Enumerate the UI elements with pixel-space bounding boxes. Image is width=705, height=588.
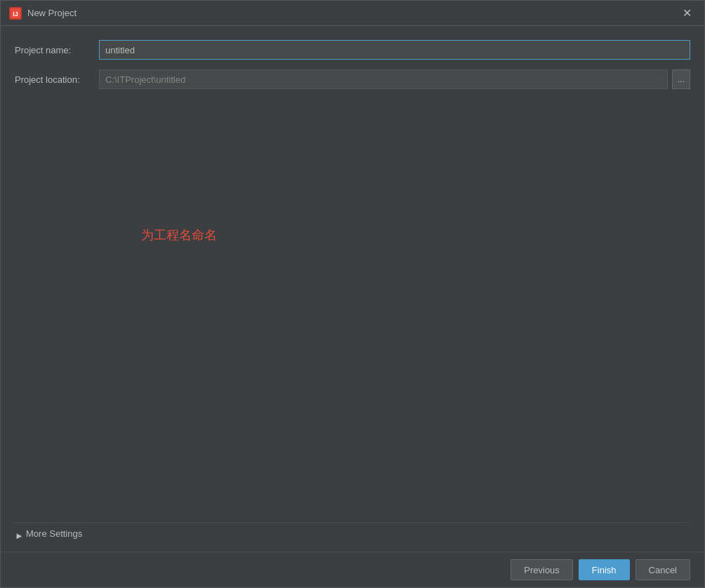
finish-button[interactable]: Finish — [579, 559, 630, 580]
project-location-row: Project location: ... — [15, 69, 690, 89]
project-name-row: Project name: — [15, 40, 690, 60]
project-location-input-wrapper: ... — [99, 69, 690, 89]
annotation-text: 为工程名命名 — [141, 227, 217, 243]
close-button[interactable]: ✕ — [678, 6, 696, 20]
previous-button[interactable]: Previous — [510, 559, 573, 580]
more-settings-row: ► More Settings — [15, 522, 690, 544]
project-location-input[interactable] — [99, 69, 668, 89]
project-location-label: Project location: — [15, 74, 99, 85]
browse-button[interactable]: ... — [672, 69, 690, 89]
dialog-title: New Project — [27, 8, 77, 18]
dialog-footer: Previous Finish Cancel — [1, 552, 704, 587]
project-name-label: Project name: — [15, 45, 99, 55]
cancel-button[interactable]: Cancel — [635, 559, 690, 580]
main-content-area: 为工程名命名 — [15, 99, 690, 522]
dialog-content: Project name: Project location: ... 为工程名… — [1, 26, 704, 552]
new-project-dialog: IJ New Project ✕ Project name: Project l… — [0, 0, 705, 588]
title-bar-left: IJ New Project — [9, 7, 77, 20]
more-settings-toggle[interactable]: ► More Settings — [15, 528, 82, 539]
app-icon: IJ — [9, 7, 22, 20]
chevron-right-icon: ► — [15, 530, 22, 537]
svg-text:IJ: IJ — [13, 11, 18, 18]
title-bar: IJ New Project ✕ — [1, 1, 704, 26]
more-settings-label: More Settings — [26, 528, 82, 539]
project-name-input[interactable] — [99, 40, 690, 60]
project-name-input-wrapper — [99, 40, 690, 60]
